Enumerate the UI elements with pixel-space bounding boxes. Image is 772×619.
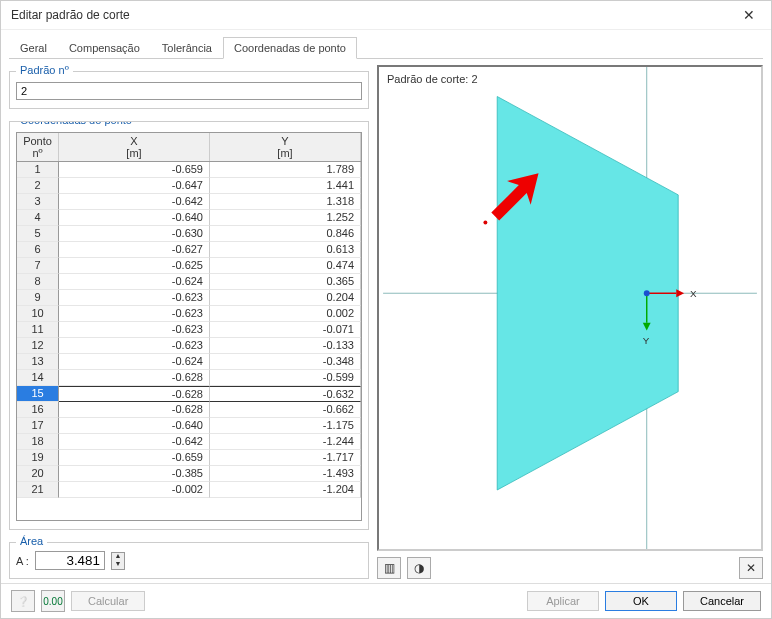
- cell-y[interactable]: 0.474: [210, 258, 361, 274]
- col-header-point[interactable]: Ponto nº: [17, 133, 59, 161]
- cell-y[interactable]: 0.846: [210, 226, 361, 242]
- cell-y[interactable]: 1.252: [210, 210, 361, 226]
- cell-y[interactable]: -1.244: [210, 434, 361, 450]
- cell-x[interactable]: -0.630: [59, 226, 210, 242]
- tab-strip: Geral Compensação Tolerância Coordenadas…: [9, 36, 763, 59]
- cell-point-no: 6: [17, 242, 59, 258]
- ok-button[interactable]: OK: [605, 591, 677, 611]
- area-spinner[interactable]: ▲ ▼: [111, 552, 125, 570]
- tab-tolerancia[interactable]: Tolerância: [151, 37, 223, 59]
- table-row[interactable]: 3-0.6421.318: [17, 194, 361, 210]
- table-row[interactable]: 5-0.6300.846: [17, 226, 361, 242]
- help-icon[interactable]: ❔: [11, 590, 35, 612]
- cell-x[interactable]: -0.627: [59, 242, 210, 258]
- cell-x[interactable]: -0.624: [59, 274, 210, 290]
- preview-tool-1-icon[interactable]: ▥: [377, 557, 401, 579]
- highlight-point: [483, 220, 487, 224]
- y-axis-label: Y: [643, 335, 650, 346]
- cell-point-no: 18: [17, 434, 59, 450]
- cell-point-no: 7: [17, 258, 59, 274]
- tab-compensacao[interactable]: Compensação: [58, 37, 151, 59]
- cell-x[interactable]: -0.642: [59, 434, 210, 450]
- cell-y[interactable]: 0.002: [210, 306, 361, 322]
- cell-y[interactable]: -0.133: [210, 338, 361, 354]
- cell-x[interactable]: -0.628: [59, 370, 210, 386]
- area-label: A :: [16, 555, 29, 567]
- pattern-number-input[interactable]: [16, 82, 362, 100]
- table-row[interactable]: 6-0.6270.613: [17, 242, 361, 258]
- tab-coordenadas[interactable]: Coordenadas de ponto: [223, 37, 357, 59]
- cell-y[interactable]: 1.441: [210, 178, 361, 194]
- cell-point-no: 17: [17, 418, 59, 434]
- table-row[interactable]: 4-0.6401.252: [17, 210, 361, 226]
- group-area: Área A : ▲ ▼: [9, 542, 369, 579]
- cell-y[interactable]: -1.175: [210, 418, 361, 434]
- cell-x[interactable]: -0.625: [59, 258, 210, 274]
- table-row[interactable]: 16-0.628-0.662: [17, 402, 361, 418]
- col-header-x[interactable]: X [m]: [59, 133, 210, 161]
- cell-y[interactable]: -0.662: [210, 402, 361, 418]
- cell-y[interactable]: 1.789: [210, 162, 361, 178]
- units-icon[interactable]: 0.00: [41, 590, 65, 612]
- table-row[interactable]: 14-0.628-0.599: [17, 370, 361, 386]
- origin-dot: [644, 290, 650, 296]
- close-icon[interactable]: ✕: [737, 7, 761, 23]
- table-row[interactable]: 20-0.385-1.493: [17, 466, 361, 482]
- table-row[interactable]: 18-0.642-1.244: [17, 434, 361, 450]
- cell-point-no: 2: [17, 178, 59, 194]
- cell-x[interactable]: -0.628: [59, 402, 210, 418]
- cell-point-no: 14: [17, 370, 59, 386]
- cell-y[interactable]: 0.365: [210, 274, 361, 290]
- cell-x[interactable]: -0.623: [59, 306, 210, 322]
- cell-x[interactable]: -0.640: [59, 210, 210, 226]
- table-row[interactable]: 8-0.6240.365: [17, 274, 361, 290]
- table-row[interactable]: 2-0.6471.441: [17, 178, 361, 194]
- table-row[interactable]: 21-0.002-1.204: [17, 482, 361, 498]
- cell-x[interactable]: -0.659: [59, 162, 210, 178]
- cell-y[interactable]: -0.632: [210, 386, 361, 402]
- col-header-y[interactable]: Y [m]: [210, 133, 361, 161]
- table-body[interactable]: 1-0.6591.7892-0.6471.4413-0.6421.3184-0.…: [16, 162, 362, 521]
- table-row[interactable]: 19-0.659-1.717: [17, 450, 361, 466]
- cell-x[interactable]: -0.385: [59, 466, 210, 482]
- cell-y[interactable]: -1.493: [210, 466, 361, 482]
- preview-tool-reset-icon[interactable]: ✕: [739, 557, 763, 579]
- cell-x[interactable]: -0.623: [59, 322, 210, 338]
- cell-y[interactable]: -0.348: [210, 354, 361, 370]
- cell-y[interactable]: 0.204: [210, 290, 361, 306]
- group-legend: Coordenadas do ponto: [16, 121, 136, 126]
- cell-x[interactable]: -0.659: [59, 450, 210, 466]
- tab-geral[interactable]: Geral: [9, 37, 58, 59]
- cancel-button[interactable]: Cancelar: [683, 591, 761, 611]
- area-input[interactable]: [35, 551, 105, 570]
- spinner-down-icon[interactable]: ▼: [112, 561, 124, 569]
- cell-x[interactable]: -0.623: [59, 338, 210, 354]
- cell-x[interactable]: -0.647: [59, 178, 210, 194]
- table-row[interactable]: 15-0.628-0.632: [17, 386, 361, 402]
- cell-y[interactable]: 0.613: [210, 242, 361, 258]
- cell-x[interactable]: -0.002: [59, 482, 210, 498]
- apply-button[interactable]: Aplicar: [527, 591, 599, 611]
- cell-y[interactable]: 1.318: [210, 194, 361, 210]
- table-row[interactable]: 7-0.6250.474: [17, 258, 361, 274]
- preview-canvas[interactable]: Padrão de corte: 2 X Y: [377, 65, 763, 551]
- cell-x[interactable]: -0.623: [59, 290, 210, 306]
- preview-tool-2-icon[interactable]: ◑: [407, 557, 431, 579]
- cell-x[interactable]: -0.628: [59, 386, 210, 402]
- table-row[interactable]: 13-0.624-0.348: [17, 354, 361, 370]
- calculate-button[interactable]: Calcular: [71, 591, 145, 611]
- cell-y[interactable]: -0.071: [210, 322, 361, 338]
- cell-y[interactable]: -1.204: [210, 482, 361, 498]
- cell-x[interactable]: -0.624: [59, 354, 210, 370]
- cell-y[interactable]: -1.717: [210, 450, 361, 466]
- table-row[interactable]: 11-0.623-0.071: [17, 322, 361, 338]
- cell-x[interactable]: -0.642: [59, 194, 210, 210]
- table-row[interactable]: 12-0.623-0.133: [17, 338, 361, 354]
- cell-point-no: 12: [17, 338, 59, 354]
- cell-y[interactable]: -0.599: [210, 370, 361, 386]
- table-row[interactable]: 17-0.640-1.175: [17, 418, 361, 434]
- table-row[interactable]: 9-0.6230.204: [17, 290, 361, 306]
- table-row[interactable]: 10-0.6230.002: [17, 306, 361, 322]
- table-row[interactable]: 1-0.6591.789: [17, 162, 361, 178]
- cell-x[interactable]: -0.640: [59, 418, 210, 434]
